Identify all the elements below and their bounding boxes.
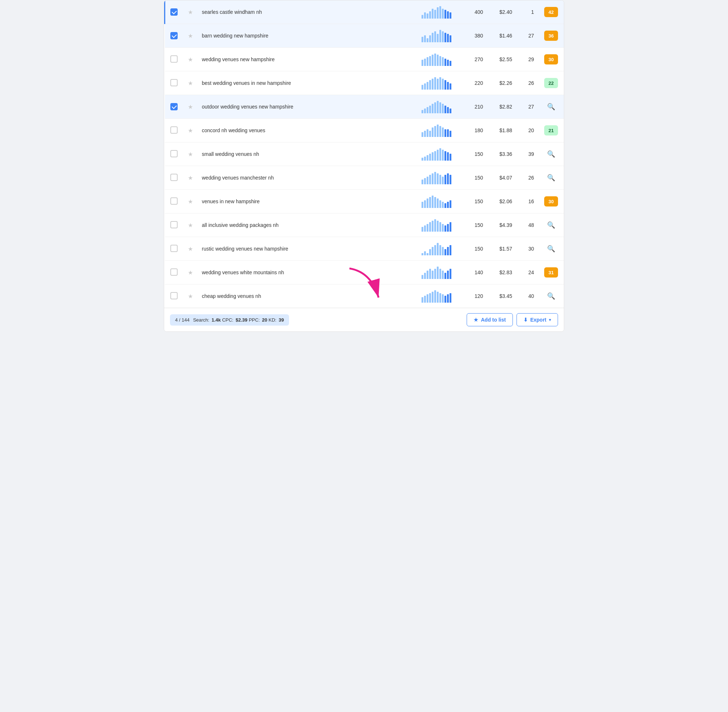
- volume-number: 120: [475, 293, 483, 299]
- row-checkbox[interactable]: [170, 79, 178, 86]
- table-row: ★wedding venues white mountains nh140$2.…: [165, 261, 564, 285]
- cpc-value: $4.39: [499, 222, 512, 228]
- cpc-value: $2.40: [499, 9, 512, 15]
- keyword-text: cheap wedding venues nh: [202, 293, 261, 299]
- page-indicator: 4 / 144: [175, 317, 189, 323]
- volume-number: 270: [475, 56, 483, 62]
- trend-sparkline: [419, 100, 454, 113]
- row-checkbox[interactable]: [170, 55, 178, 63]
- row-checkbox[interactable]: [170, 150, 178, 157]
- ppc-value: 26: [528, 80, 534, 86]
- volume-number: 220: [475, 80, 483, 86]
- star-icon[interactable]: ★: [188, 199, 193, 205]
- export-label: Export: [530, 317, 546, 323]
- star-icon[interactable]: ★: [188, 222, 193, 228]
- row-checkbox[interactable]: [170, 8, 178, 16]
- search-icon[interactable]: 🔍: [547, 150, 555, 158]
- star-icon[interactable]: ★: [188, 104, 193, 110]
- star-icon[interactable]: ★: [188, 246, 193, 252]
- ppc-value: 27: [528, 104, 534, 110]
- kd-label: KD:: [269, 317, 277, 323]
- ppc-value: 48: [528, 222, 534, 228]
- footer-actions: ★ Add to list ⬇ Export ▾: [467, 313, 558, 326]
- cpc-value: $2.83: [499, 270, 512, 275]
- cpc-value: $3.36: [499, 151, 512, 157]
- row-checkbox[interactable]: [170, 292, 178, 300]
- volume-number: 180: [475, 128, 483, 133]
- trend-sparkline: [419, 171, 454, 184]
- table-row: ★venues in new hampshire150$2.061630: [165, 190, 564, 214]
- cpc-label: CPC:: [222, 317, 233, 323]
- row-checkbox[interactable]: [170, 32, 178, 39]
- cpc-value: $2.82: [499, 104, 512, 110]
- star-icon[interactable]: ★: [188, 128, 193, 134]
- search-label: Search:: [193, 317, 209, 323]
- table-row: ★small wedding venues nh150$3.3639🔍: [165, 142, 564, 166]
- table-row: ★wedding venues new hampshire270$2.55293…: [165, 48, 564, 71]
- ppc-value: 24: [528, 270, 534, 275]
- row-checkbox[interactable]: [170, 197, 178, 205]
- add-to-list-label: Add to list: [481, 317, 506, 323]
- star-icon[interactable]: ★: [188, 80, 193, 86]
- add-to-list-button[interactable]: ★ Add to list: [467, 313, 512, 326]
- row-checkbox[interactable]: [170, 221, 178, 228]
- volume-number: 380: [475, 33, 483, 39]
- volume-number: 150: [475, 175, 483, 181]
- cpc-value: $3.45: [499, 293, 512, 299]
- search-icon[interactable]: 🔍: [547, 174, 555, 181]
- ppc-value: 27: [528, 33, 534, 39]
- table-row: ★best wedding venues in new hampshire220…: [165, 71, 564, 95]
- trend-sparkline: [419, 218, 454, 231]
- trend-sparkline: [419, 195, 454, 208]
- row-checkbox[interactable]: [170, 174, 178, 181]
- table-row: ★outdoor wedding venues new hampshire210…: [165, 95, 564, 119]
- download-icon: ⬇: [524, 317, 528, 323]
- ppc-value: 30: [528, 246, 534, 252]
- keyword-table: ★searles castle windham nh400$2.40142★ba…: [164, 0, 564, 308]
- star-icon[interactable]: ★: [188, 175, 193, 181]
- search-icon[interactable]: 🔍: [547, 221, 555, 229]
- cpc-value: $1.46: [499, 33, 512, 39]
- table-row: ★rustic wedding venues new hampshire150$…: [165, 237, 564, 261]
- ppc-value: 20: [528, 128, 534, 133]
- keyword-text: barn wedding new hampshire: [202, 33, 269, 39]
- kd-badge: 22: [544, 78, 558, 88]
- ppc-value: 1: [531, 9, 534, 15]
- kd-badge: 36: [544, 31, 558, 41]
- row-checkbox[interactable]: [170, 126, 178, 134]
- search-value: 1.4k: [212, 317, 220, 323]
- table-row: ★cheap wedding venues nh120$3.4540🔍: [165, 285, 564, 308]
- trend-sparkline: [419, 147, 454, 160]
- ppc-value: 29: [528, 56, 534, 62]
- row-checkbox[interactable]: [170, 268, 178, 276]
- kd-badge: 21: [544, 125, 558, 135]
- row-checkbox[interactable]: [170, 103, 178, 110]
- volume-number: 150: [475, 246, 483, 252]
- footer-bar: 4 / 144 Search:1.4k CPC:$2.39 PPC:20 KD:…: [164, 308, 564, 331]
- star-icon[interactable]: ★: [188, 151, 193, 157]
- star-icon[interactable]: ★: [188, 9, 193, 15]
- keyword-text: wedding venues white mountains nh: [202, 270, 284, 275]
- trend-sparkline: [419, 266, 454, 279]
- footer-stats: 4 / 144 Search:1.4k CPC:$2.39 PPC:20 KD:…: [170, 314, 289, 326]
- star-icon[interactable]: ★: [188, 56, 193, 63]
- star-icon[interactable]: ★: [188, 293, 193, 300]
- search-icon[interactable]: 🔍: [547, 245, 555, 252]
- kd-badge: 30: [544, 196, 558, 206]
- ppc-value: 40: [528, 293, 534, 299]
- ppc-value: 16: [528, 199, 534, 204]
- trend-sparkline: [419, 242, 454, 255]
- trend-sparkline: [419, 77, 454, 90]
- trend-sparkline: [419, 124, 454, 137]
- star-icon[interactable]: ★: [188, 270, 193, 276]
- trend-sparkline: [419, 6, 454, 19]
- row-checkbox[interactable]: [170, 245, 178, 252]
- export-button[interactable]: ⬇ Export ▾: [516, 313, 558, 326]
- volume-number: 210: [475, 104, 483, 110]
- search-icon[interactable]: 🔍: [547, 292, 555, 300]
- star-icon[interactable]: ★: [188, 33, 193, 39]
- search-icon[interactable]: 🔍: [547, 103, 555, 110]
- kd-badge: 30: [544, 54, 558, 64]
- keyword-text: wedding venues new hampshire: [202, 56, 275, 62]
- keyword-text: best wedding venues in new hampshire: [202, 80, 291, 86]
